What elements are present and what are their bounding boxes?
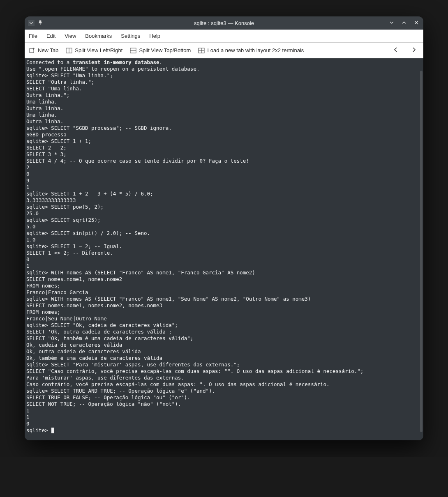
menu-file[interactable]: File bbox=[29, 33, 37, 39]
split-lr-icon bbox=[66, 47, 72, 54]
terminal-line: 1 bbox=[26, 184, 30, 190]
new-tab-icon bbox=[29, 47, 35, 54]
terminal-line: SELECT 3 * 3; bbox=[26, 151, 67, 157]
terminal-line: 0 bbox=[26, 421, 30, 427]
new-tab-label: New Tab bbox=[38, 47, 58, 53]
menu-help[interactable]: Help bbox=[149, 33, 160, 39]
terminal-line: SELECT "Caso contrário, você precisa esc… bbox=[26, 368, 363, 374]
terminal-line: 3.33333333333333 bbox=[26, 197, 76, 203]
terminal-line: Franco|Seu Nome|Outro Nome bbox=[26, 315, 107, 322]
terminal-line: SELECT 4 / 4; -- O que ocorre caso se te… bbox=[26, 158, 249, 164]
menu-view[interactable]: View bbox=[65, 33, 76, 39]
terminal-line: sqlite> WITH nomes AS (SELECT "Franco" A… bbox=[26, 269, 255, 276]
app-menu-icon[interactable] bbox=[28, 20, 35, 26]
load-layout-label: Load a new tab with layout 2x2 terminals bbox=[207, 47, 304, 53]
terminal-line: sqlite> SELECT pow(5, 2); bbox=[26, 204, 104, 210]
terminal-line: Franco|Franco Garcia bbox=[26, 289, 88, 295]
terminal-line: sqlite> WITH nomes AS (SELECT "Franco" A… bbox=[26, 296, 311, 302]
terminal-line: 1.0 bbox=[26, 237, 36, 243]
terminal-line: Connected to a bbox=[26, 59, 73, 65]
menu-edit[interactable]: Edit bbox=[46, 33, 55, 39]
titlebar-left bbox=[28, 20, 43, 26]
split-top-bottom-button[interactable]: Split View Top/Bottom bbox=[130, 47, 191, 54]
terminal-line: 25.0 bbox=[26, 210, 39, 216]
grid-icon bbox=[198, 47, 205, 54]
terminal-line: Use ".open FILENAME" to reopen on a pers… bbox=[26, 66, 199, 72]
terminal-line: SELECT nomes.nome1, nomes.nome2, nomes.n… bbox=[26, 302, 162, 308]
terminal-line: sqlite> SELECT 1 + 1; bbox=[26, 138, 91, 144]
terminal-line: SELECT nomes.nome1, nomes.nome2 bbox=[26, 276, 122, 282]
terminal-line: sqlite> SELECT sin(pi() / 2.0); -- Seno. bbox=[26, 230, 150, 236]
terminal-line: SELECT "Ok, também é uma cadeia de carac… bbox=[26, 335, 193, 341]
maximize-button[interactable] bbox=[400, 20, 408, 26]
konsole-window: sqlite : sqlite3 — Konsole File Edit Vie… bbox=[25, 16, 423, 440]
terminal-line: Ok, cadeia de caracteres válida bbox=[26, 342, 122, 348]
terminal-line: sqlite> SELECT "Uma linha."; bbox=[26, 72, 113, 78]
terminal-line: SELECT "Uma linha. bbox=[26, 85, 82, 92]
toolbar: New Tab Split View Left/Right Split View… bbox=[25, 43, 423, 58]
terminal-line: 0 bbox=[26, 171, 30, 177]
terminal-line: sqlite> SELECT sqrt(25); bbox=[26, 217, 101, 223]
terminal-line: Uma linha. bbox=[26, 99, 57, 105]
titlebar[interactable]: sqlite : sqlite3 — Konsole bbox=[25, 16, 423, 30]
load-layout-button[interactable]: Load a new tab with layout 2x2 terminals bbox=[198, 47, 304, 54]
terminal-line: sqlite> SELECT "Para 'misturar' aspas, u… bbox=[26, 361, 240, 368]
pin-icon[interactable] bbox=[38, 20, 43, 26]
terminal-scrollbar[interactable] bbox=[420, 71, 423, 432]
split-tb-icon bbox=[130, 47, 136, 54]
terminal-line: 0 bbox=[26, 256, 30, 262]
terminal-line: Uma linha. bbox=[26, 112, 57, 118]
terminal-line: Outra linha."; bbox=[26, 92, 69, 98]
terminal-line: SELECT NOT TRUE; -- Operação lógica "não… bbox=[26, 401, 181, 407]
terminal-viewport[interactable]: Connected to a transient in-memory datab… bbox=[25, 58, 423, 440]
new-tab-button[interactable]: New Tab bbox=[29, 47, 58, 54]
window-title: sqlite : sqlite3 — Konsole bbox=[194, 20, 254, 26]
terminal-line: Ok, outra cadeia de caracteres válida bbox=[26, 348, 141, 354]
terminal-line: SELECT 2 - 2; bbox=[26, 145, 67, 151]
terminal-line: Outra linha. bbox=[26, 118, 63, 124]
terminal-line: sqlite> SELECT TRUE AND TRUE; -- Operaçã… bbox=[26, 388, 215, 394]
split-tb-label: Split View Top/Bottom bbox=[139, 47, 191, 53]
terminal-cursor bbox=[51, 428, 54, 433]
terminal-content[interactable]: Connected to a transient in-memory datab… bbox=[26, 59, 422, 434]
terminal-prompt: sqlite> bbox=[26, 427, 51, 433]
terminal-line: Ok, também é uma cadeia de caracteres vá… bbox=[26, 355, 162, 361]
terminal-line: SELECT TRUE OR FALSE; -- Operação lógica… bbox=[26, 394, 190, 400]
terminal-line: 1 bbox=[26, 263, 30, 269]
split-left-right-button[interactable]: Split View Left/Right bbox=[66, 47, 122, 54]
terminal-line: SELECT 1 <> 2; -- Diferente. bbox=[26, 250, 113, 256]
window-controls bbox=[388, 20, 420, 26]
terminal-line: FROM nomes; bbox=[26, 283, 60, 289]
menu-settings[interactable]: Settings bbox=[121, 33, 140, 39]
terminal-line: sqlite> SELECT 1 + 2 - 3 + (4 * 5) / 6.0… bbox=[26, 191, 153, 197]
terminal-line: Para 'misturar' aspas, use diferentes da… bbox=[26, 375, 184, 381]
terminal-line: 9 bbox=[26, 177, 30, 184]
terminal-line: sqlite> SELECT 1 = 2; -- Igual. bbox=[26, 243, 122, 249]
terminal-line: 2 bbox=[26, 164, 30, 170]
terminal-line: Outra linha. bbox=[26, 105, 63, 111]
terminal-bold: transient in-memory database bbox=[73, 59, 159, 65]
terminal-line: sqlite> SELECT "SGBD processa"; -- SGBD … bbox=[26, 125, 172, 131]
terminal-line: 1 bbox=[26, 414, 30, 420]
terminal-line: . bbox=[159, 59, 163, 65]
tab-prev-button[interactable] bbox=[390, 47, 401, 54]
terminal-line: SELECT 'Ok, outra cadeia de caracteres v… bbox=[26, 329, 172, 335]
terminal-line: 5.0 bbox=[26, 223, 36, 230]
tab-next-button[interactable] bbox=[409, 47, 419, 54]
terminal-line: SELECT "Outra linha."; bbox=[26, 79, 95, 85]
terminal-line: 1 bbox=[26, 407, 30, 414]
menubar: File Edit View Bookmarks Settings Help bbox=[25, 30, 423, 43]
split-lr-label: Split View Left/Right bbox=[75, 47, 122, 53]
terminal-line: Caso contrário, você precisa escapá-las … bbox=[26, 381, 330, 387]
terminal-line: sqlite> SELECT "Ok, cadeia de caracteres… bbox=[26, 322, 178, 328]
menu-bookmarks[interactable]: Bookmarks bbox=[85, 33, 112, 39]
close-button[interactable] bbox=[413, 20, 420, 26]
terminal-line: FROM nomes; bbox=[26, 309, 60, 315]
minimize-button[interactable] bbox=[388, 20, 395, 26]
terminal-line: SGBD processa bbox=[26, 131, 67, 138]
